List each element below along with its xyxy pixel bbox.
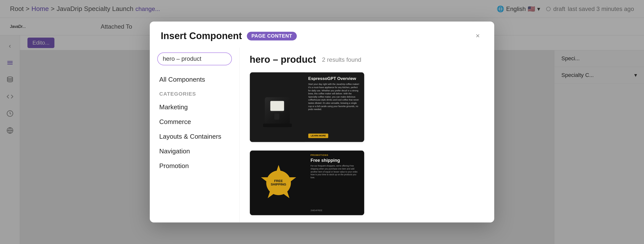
promo-heading: Free shipping [310,158,361,163]
coffee-machine-icon [261,87,294,127]
modal-body: × All Components CATEGORIES Marketing Co… [150,47,494,222]
modal-left-panel: × All Components CATEGORIES Marketing Co… [150,47,240,222]
nav-all-components[interactable]: All Components [157,72,232,87]
results-count: 2 results found [322,56,361,63]
machine-screen [270,101,284,111]
results-header: hero – product 2 results found [250,54,484,65]
card-preview-hero-product: EspressoGPT Overview Start your day righ… [250,72,364,142]
hero-promo-right: PROMOTIONS Free shipping For our frequen… [307,150,364,215]
component-card-hero-promo[interactable]: FREESHIPPING PROMOTIONS Free shipping Fo… [250,150,364,215]
modal-title: Insert Component [161,31,242,41]
promo-code: 2ME4FREE [310,209,361,212]
nav-item-marketing[interactable]: Marketing [157,100,232,115]
hero-product-body: Start your day right with the JavaDrip c… [308,83,361,132]
hero-product-text: EspressoGPT Overview Start your day righ… [305,72,364,142]
card-footer-hero-promo: Hero – Promotion (uc) i published ··· [250,215,364,216]
categories-label: CATEGORIES [157,89,232,100]
promo-body: For our frequent shoppers, we're offerin… [310,165,361,207]
modal-right-panel: hero – product 2 results found [240,47,494,222]
nav-item-commerce[interactable]: Commerce [157,115,232,129]
cards-grid: EspressoGPT Overview Start your day righ… [250,72,484,215]
search-box: × [157,52,232,65]
promo-badge-text: FREESHIPPING [270,179,286,186]
hero-product-image [250,72,305,142]
card-preview-hero-promo: FREESHIPPING PROMOTIONS Free shipping Fo… [250,150,364,215]
card-footer-hero-product: Hero – Product (uc) i published ··· [250,142,364,142]
nav-item-promotion[interactable]: Promotion [157,159,232,173]
nav-item-navigation[interactable]: Navigation [157,144,232,159]
nav-item-layouts[interactable]: Layouts & Containers [157,129,232,144]
hero-promo-left: FREESHIPPING [250,150,307,215]
close-button[interactable]: × [472,30,483,41]
machine-spout [274,113,279,120]
results-title: hero – product [250,54,316,65]
hero-product-cta: LEARN MORE [308,133,328,138]
machine-base [263,123,292,127]
page-content-badge: PAGE CONTENT [247,32,296,40]
modal-header: Insert Component PAGE CONTENT × [150,21,494,47]
hero-product-heading: EspressoGPT Overview [308,76,361,81]
promo-label: PROMOTIONS [310,154,361,156]
machine-body [265,97,290,127]
insert-component-modal: Insert Component PAGE CONTENT × × All Co… [150,21,494,222]
search-input[interactable] [163,55,238,62]
component-card-hero-product[interactable]: EspressoGPT Overview Start your day righ… [250,72,364,142]
